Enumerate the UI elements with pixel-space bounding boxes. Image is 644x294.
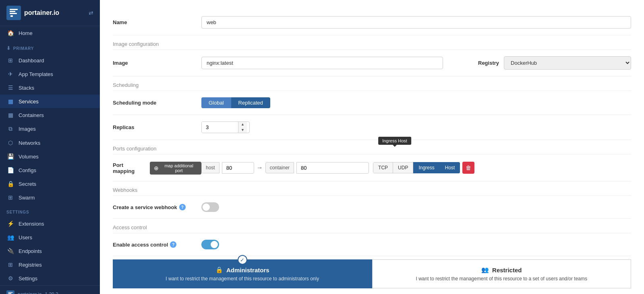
volumes-icon: 💾 [6, 153, 14, 160]
svg-rect-2 [10, 11, 15, 12]
port-mapping-fields: host → container TCP UDP Ingress Host 🗑 [201, 162, 631, 174]
btn-map-port[interactable]: ⊕ map additional port [150, 162, 201, 175]
ports-section: Ports configuration [113, 140, 631, 154]
admin-title-text: Administrators [226, 267, 269, 273]
primary-section-icon: ⬇ [6, 45, 11, 51]
sidebar-item-label: Networks [19, 140, 40, 146]
btn-host[interactable]: Host [440, 162, 460, 173]
secrets-icon: 🔒 [6, 181, 14, 187]
webhook-toggle[interactable] [201, 202, 219, 212]
access-cards: ✓ 🔒 Administrators I want to restrict th… [113, 259, 631, 288]
replicas-up-btn[interactable]: ▲ [238, 122, 247, 127]
sidebar-item-label: Users [19, 234, 32, 241]
sidebar-item-networks[interactable]: ⬡ Networks [0, 136, 100, 150]
sidebar-item-app-templates[interactable]: ✈ App Templates [0, 67, 100, 81]
admin-access-card[interactable]: ✓ 🔒 Administrators I want to restrict th… [113, 259, 372, 288]
port-arrow-icon: → [257, 164, 263, 171]
plus-icon: ⊕ [154, 165, 159, 171]
host-port-input[interactable] [222, 162, 254, 174]
sidebar-item-home[interactable]: 🏠 Home [0, 26, 100, 40]
users-icon: 👥 [6, 234, 14, 241]
home-icon: 🏠 [6, 30, 14, 36]
port-delete-btn[interactable]: 🗑 [462, 162, 474, 174]
sidebar-item-label: Registries [19, 262, 42, 268]
name-label: Name [113, 19, 201, 25]
sidebar-item-services[interactable]: ▦ Services [0, 95, 100, 108]
webhook-label: Create a service webhook [113, 204, 177, 210]
replicas-label: Replicas [113, 124, 201, 130]
access-section: Access control [113, 219, 631, 233]
image-row: Image Registry DockerHub [113, 50, 631, 76]
registry-select[interactable]: DockerHub [504, 56, 631, 70]
btn-global[interactable]: Global [201, 97, 231, 108]
replicas-down-btn[interactable]: ▼ [238, 127, 247, 133]
container-port-label: container [265, 162, 294, 173]
footer-version: 1.20.2 [45, 292, 58, 294]
sidebar-item-volumes[interactable]: 💾 Volumes [0, 150, 100, 163]
restricted-access-card[interactable]: 👥 Restricted I want to restrict the mana… [372, 259, 632, 288]
sidebar-item-label: Containers [19, 112, 44, 118]
sidebar-item-label: Home [19, 30, 33, 36]
sidebar-item-label: Volumes [19, 154, 39, 160]
sidebar-item-containers[interactable]: ▦ Containers [0, 108, 100, 122]
webhook-toggle-slider [201, 202, 219, 212]
restricted-card-desc: I want to restrict the management of thi… [382, 276, 621, 282]
access-label-wrap: Enable access control ? [113, 241, 201, 248]
sidebar-item-extensions[interactable]: ⚡ Extensions [0, 217, 100, 230]
webhooks-section: Webhooks [113, 181, 631, 196]
name-input[interactable] [201, 16, 631, 29]
sidebar-item-label: Dashboard [19, 58, 44, 64]
btn-udp[interactable]: UDP [393, 162, 413, 173]
sidebar-nav: 🏠 Home ⬇ PRIMARY ⊞ Dashboard ✈ App Templ… [0, 26, 100, 285]
sidebar-item-registries[interactable]: ⊞ Registries [0, 258, 100, 271]
sidebar-arrows-icon[interactable]: ⇄ [89, 10, 93, 16]
scheduling-section: Scheduling [113, 76, 631, 91]
configs-icon: 📄 [6, 167, 14, 173]
sidebar-logo: portainer.io ⇄ [0, 0, 100, 26]
sidebar-item-label: Secrets [19, 181, 36, 187]
sidebar-item-images[interactable]: ⧉ Images [0, 122, 100, 136]
btn-tcp[interactable]: TCP [373, 162, 393, 173]
trash-icon: 🗑 [466, 164, 471, 171]
webhook-help-icon[interactable]: ? [179, 204, 186, 210]
restricted-title-text: Restricted [492, 267, 522, 273]
restricted-card-title: 👥 Restricted [382, 266, 621, 273]
sidebar-item-settings[interactable]: ⚙ Settings [0, 271, 100, 285]
scheduling-mode-group: Global Replicated [201, 97, 270, 108]
app-templates-icon: ✈ [6, 71, 14, 77]
sidebar-item-label: Settings [19, 275, 37, 282]
container-port-input[interactable] [296, 162, 369, 174]
access-help-icon[interactable]: ? [170, 241, 176, 248]
port-mapping-row: Port mapping ⊕ map additional port Ingre… [113, 154, 631, 181]
sidebar-item-label: Services [19, 99, 39, 105]
image-label: Image [113, 60, 201, 66]
host-port-label: host [201, 162, 219, 173]
btn-replicated[interactable]: Replicated [231, 97, 270, 108]
sidebar-item-swarm[interactable]: ⊞ Swarm [0, 191, 100, 204]
replicas-row: Replicas ▲ ▼ [113, 115, 631, 140]
sidebar-item-stacks[interactable]: ☰ Stacks [0, 81, 100, 95]
sidebar-item-endpoints[interactable]: 🔌 Endpoints [0, 244, 100, 258]
sidebar-item-configs[interactable]: 📄 Configs [0, 163, 100, 177]
port-mapping-content: Ingress Host host → container TCP UDP In… [201, 162, 631, 174]
admin-check-badge: ✓ [238, 255, 247, 265]
btn-ingress[interactable]: Ingress [413, 162, 439, 173]
webhook-row: Create a service webhook ? [113, 196, 631, 219]
svg-rect-1 [10, 9, 18, 10]
sidebar-item-secrets[interactable]: 🔒 Secrets [0, 177, 100, 191]
access-toggle[interactable] [201, 240, 219, 249]
settings-section-label: SETTINGS [6, 210, 29, 214]
replicas-input[interactable] [202, 122, 238, 133]
svg-rect-3 [10, 13, 17, 14]
containers-icon: ▦ [6, 112, 14, 118]
dashboard-icon: ⊞ [6, 57, 14, 64]
networks-icon: ⬡ [6, 140, 14, 146]
sidebar-item-dashboard[interactable]: ⊞ Dashboard [0, 53, 100, 67]
ingress-host-badge: Ingress Host [378, 137, 411, 145]
sidebar-item-users[interactable]: 👥 Users [0, 230, 100, 244]
footer-logo-text: portainer.io [18, 292, 41, 294]
scheduling-mode-row: Scheduling mode Global Replicated [113, 91, 631, 115]
image-input[interactable] [201, 57, 443, 69]
access-control-row: Enable access control ? [113, 233, 631, 256]
admin-card-desc: I want to restrict the management of thi… [123, 276, 362, 282]
